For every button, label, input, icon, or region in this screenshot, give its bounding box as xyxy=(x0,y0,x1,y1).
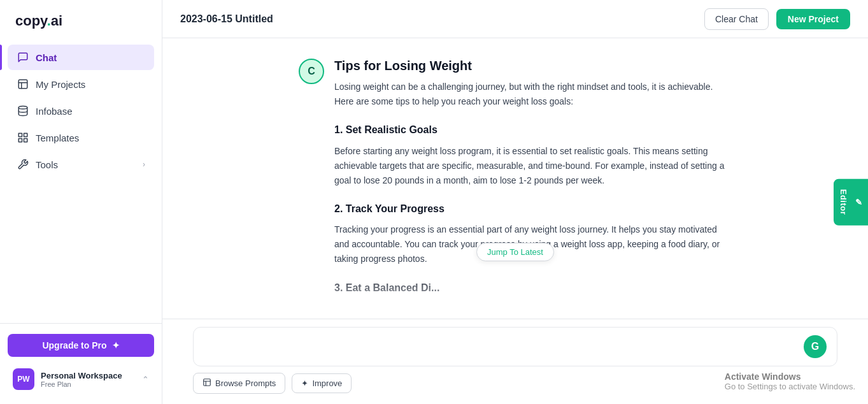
workspace-info: Personal Workspace Free Plan xyxy=(41,371,136,388)
document-title: 2023-06-15 Untitled xyxy=(180,13,273,25)
pencil-icon: ✎ xyxy=(853,197,863,207)
main-area: 2023-06-15 Untitled Clear Chat New Proje… xyxy=(162,0,868,404)
brand-name-copy: copy xyxy=(15,13,47,29)
infobase-icon xyxy=(17,105,29,117)
ai-avatar-icon: G xyxy=(804,335,827,358)
sidebar-item-my-projects[interactable]: My Projects xyxy=(8,71,154,97)
workspace-avatar: PW xyxy=(13,368,34,390)
sidebar-item-templates-label: Templates xyxy=(36,133,79,143)
browse-prompts-label: Browse Prompts xyxy=(215,379,276,388)
new-project-button[interactable]: New Project xyxy=(776,9,850,29)
editor-tab-label: Editor xyxy=(839,189,848,215)
sidebar-item-chat-label: Chat xyxy=(36,52,57,63)
tools-chevron-icon: › xyxy=(143,160,145,169)
workspace-chevron-icon: ⌃ xyxy=(142,375,149,384)
tools-icon xyxy=(17,158,29,171)
sidebar-bottom: Upgrade to Pro ✦ PW Personal Workspace F… xyxy=(0,323,162,404)
svg-rect-4 xyxy=(18,133,22,136)
sidebar-item-infobase[interactable]: Infobase xyxy=(8,98,154,124)
message-intro: Losing weight can be a challenging journ… xyxy=(334,80,732,109)
chat-icon xyxy=(17,51,29,64)
section-1-body: Before starting any weight loss program,… xyxy=(334,144,732,188)
chat-text-input[interactable] xyxy=(204,339,799,358)
message-title: Tips for Losing Weight xyxy=(334,59,732,73)
svg-rect-7 xyxy=(18,139,22,142)
svg-rect-0 xyxy=(18,80,27,89)
section-3-heading: 3. Eat a Balanced Di... xyxy=(334,280,732,296)
svg-rect-6 xyxy=(24,139,27,142)
sidebar-navigation: Chat My Projects Infobase Templates Tool… xyxy=(0,45,162,323)
svg-rect-8 xyxy=(204,379,211,386)
workspace-selector[interactable]: PW Personal Workspace Free Plan ⌃ xyxy=(8,364,154,394)
browse-prompts-button[interactable]: Browse Prompts xyxy=(193,373,285,394)
sidebar-item-templates[interactable]: Templates xyxy=(8,125,154,150)
header-actions: Clear Chat New Project xyxy=(704,8,850,30)
svg-point-3 xyxy=(18,106,27,110)
workspace-name: Personal Workspace xyxy=(41,371,136,380)
windows-subtitle: Go to Settings to activate Windows. xyxy=(725,382,855,391)
upgrade-to-pro-button[interactable]: Upgrade to Pro ✦ xyxy=(8,334,154,357)
message-avatar: C xyxy=(299,59,324,84)
my-projects-icon xyxy=(17,78,29,90)
windows-activation-watermark: Activate Windows Go to Settings to activ… xyxy=(725,372,855,391)
section-2-heading: 2. Track Your Progress xyxy=(334,201,732,217)
header: 2023-06-15 Untitled Clear Chat New Proje… xyxy=(162,0,868,38)
svg-rect-5 xyxy=(24,133,27,136)
sidebar-item-tools[interactable]: Tools › xyxy=(8,152,154,177)
improve-label: Improve xyxy=(312,379,342,388)
message-body: Losing weight can be a challenging journ… xyxy=(334,80,732,296)
sidebar-item-tools-label: Tools xyxy=(36,159,58,170)
message-body-container: Tips for Losing Weight Losing weight can… xyxy=(334,59,732,301)
editor-tab[interactable]: ✎ Editor xyxy=(834,179,868,226)
chat-message: C Tips for Losing Weight Losing weight c… xyxy=(299,59,732,301)
input-box: G xyxy=(193,327,837,366)
sidebar-item-my-projects-label: My Projects xyxy=(36,79,85,90)
clear-chat-button[interactable]: Clear Chat xyxy=(704,8,769,30)
brand-name-ai: ai xyxy=(51,13,62,29)
sidebar-item-infobase-label: Infobase xyxy=(36,106,73,117)
improve-button[interactable]: ✦ Improve xyxy=(292,373,352,393)
section-1-heading: 1. Set Realistic Goals xyxy=(334,122,732,138)
jump-to-latest-button[interactable]: Jump To Latest xyxy=(476,243,554,261)
improve-icon: ✦ xyxy=(301,379,308,388)
upgrade-label: Upgrade to Pro xyxy=(42,340,106,350)
templates-icon xyxy=(17,131,29,144)
brand-logo[interactable]: copy.ai xyxy=(0,0,162,45)
windows-title: Activate Windows xyxy=(725,372,855,382)
sidebar-item-chat[interactable]: Chat xyxy=(8,45,154,70)
chat-content: C Tips for Losing Weight Losing weight c… xyxy=(162,38,868,319)
browse-prompts-icon xyxy=(203,378,211,389)
workspace-plan: Free Plan xyxy=(41,380,136,388)
sidebar: copy.ai Chat My Projects Infobase Templa… xyxy=(0,0,162,404)
sparkle-icon: ✦ xyxy=(112,340,120,350)
